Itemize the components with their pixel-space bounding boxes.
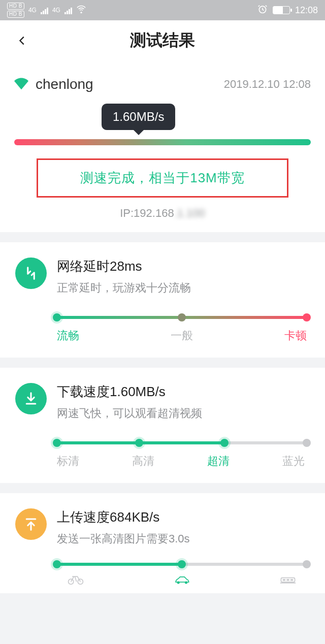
ip-prefix: IP:192.168: [120, 207, 174, 219]
latency-track: [57, 316, 307, 319]
ip-hidden: .1.100: [174, 207, 205, 220]
latency-icon: [15, 257, 47, 289]
hd-badge-icon: HD B: [7, 3, 24, 10]
latency-subtitle: 正常延时，玩游戏十分流畅: [57, 280, 191, 296]
speed-tooltip: 1.60MB/s: [102, 104, 175, 130]
latency-title: 网络延时28ms: [57, 257, 191, 275]
upload-speed-icons: [57, 573, 307, 588]
upload-dot-1: [53, 560, 61, 568]
download-card: 下载速度1.60MB/s 网速飞快，可以观看超清视频 标清 高清 超清 蓝光: [0, 368, 325, 483]
download-track: [57, 441, 307, 444]
download-dot-sd: [53, 439, 61, 447]
download-dot-uhd: [220, 439, 229, 447]
alarm-icon: [257, 4, 268, 17]
bicycle-icon: [67, 573, 84, 588]
ip-address: IP:192.168.1.100: [14, 207, 311, 220]
wifi-icon: [14, 76, 28, 92]
latency-label-smooth: 流畅: [57, 328, 140, 343]
status-right: 12:08: [257, 4, 318, 17]
latency-dot-normal: [178, 313, 186, 321]
latency-labels: 流畅 一般 卡顿: [57, 328, 307, 343]
signal-icon: [64, 6, 72, 14]
upload-icon: [15, 508, 47, 540]
upload-track: [57, 563, 307, 566]
signal-icon: [41, 6, 48, 14]
download-label-sd: 标清: [57, 454, 79, 469]
download-title: 下载速度1.60MB/s: [57, 383, 202, 401]
upload-dot-2: [178, 560, 186, 568]
download-subtitle: 网速飞快，可以观看超清视频: [57, 406, 202, 421]
upload-subtitle: 发送一张高清图片需要3.0s: [57, 531, 190, 546]
upload-title: 上传速度684KB/s: [57, 508, 190, 526]
latency-label-laggy: 卡顿: [223, 328, 307, 343]
upload-dot-3: [303, 560, 311, 568]
svg-point-1: [69, 579, 74, 584]
svg-rect-8: [290, 579, 293, 581]
wifi-status-icon: [76, 4, 86, 17]
svg-point-4: [185, 581, 187, 584]
wifi-info-row: chenlong 2019.12.10 12:08: [14, 76, 311, 92]
latency-dot-smooth: [53, 313, 61, 321]
network-type: 4G: [52, 7, 60, 14]
latency-label-normal: 一般: [140, 328, 223, 343]
car-icon: [173, 573, 190, 588]
status-bar: HD B HD B 4G 4G 12:08: [0, 0, 325, 20]
status-clock: 12:08: [295, 5, 318, 16]
download-dot-hd: [135, 439, 143, 447]
upload-progress: [57, 563, 182, 566]
page-title: 测试结果: [130, 29, 195, 52]
result-highlight-box: 测速完成，相当于13M带宽: [37, 158, 288, 198]
speed-gauge: 1.60MB/s: [14, 139, 311, 145]
download-label-hd: 高清: [132, 454, 154, 469]
svg-point-3: [177, 581, 180, 584]
train-icon: [279, 573, 297, 588]
title-bar: 测试结果: [0, 20, 325, 61]
download-label-uhd: 超清: [207, 454, 230, 469]
test-timestamp: 2019.12.10 12:08: [224, 78, 311, 91]
download-icon: [15, 383, 47, 414]
download-label-bluray: 蓝光: [282, 454, 305, 469]
svg-rect-6: [283, 579, 285, 581]
bandwidth-result: 测速完成，相当于13M带宽: [42, 169, 283, 187]
download-labels: 标清 高清 超清 蓝光: [57, 454, 307, 469]
download-dot-bluray: [303, 439, 311, 447]
hd-badge-icon: HD B: [7, 11, 24, 18]
latency-dot-laggy: [303, 313, 311, 321]
svg-rect-7: [286, 579, 289, 581]
network-type: 4G: [28, 7, 37, 14]
wifi-ssid: chenlong: [36, 76, 93, 92]
speed-gradient-bar: [14, 139, 311, 145]
chevron-left-icon: [17, 35, 28, 46]
latency-card: 网络延时28ms 正常延时，玩游戏十分流畅 流畅 一般 卡顿: [0, 242, 325, 358]
back-button[interactable]: [12, 30, 32, 51]
speed-summary-section: chenlong 2019.12.10 12:08 1.60MB/s 测速完成，…: [0, 61, 325, 232]
status-left: HD B HD B 4G 4G: [7, 3, 86, 18]
svg-point-2: [78, 579, 83, 584]
battery-icon: [273, 6, 290, 14]
upload-card: 上传速度684KB/s 发送一张高清图片需要3.0s: [0, 493, 325, 593]
